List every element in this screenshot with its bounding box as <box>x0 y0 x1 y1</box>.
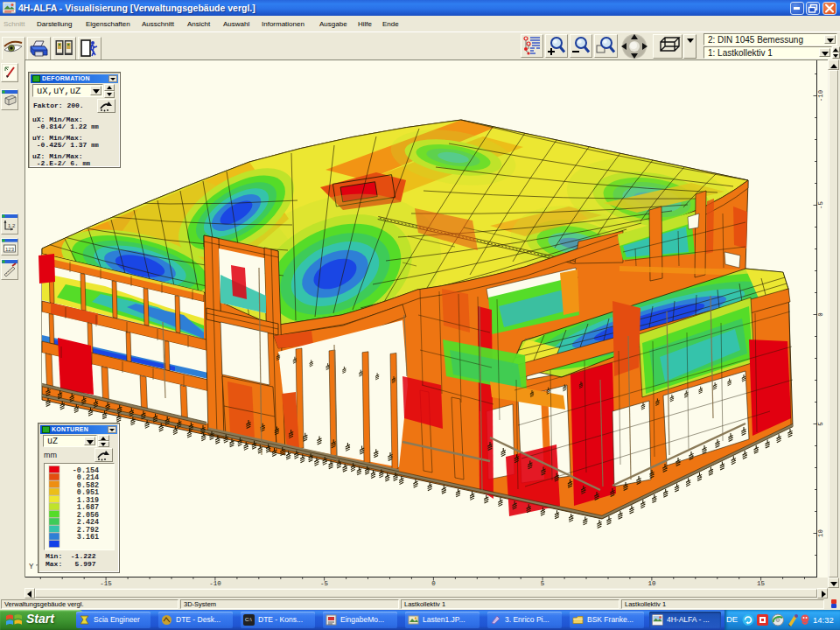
svg-text:-5: -5 <box>320 580 329 587</box>
svg-text:-15: -15 <box>100 580 112 587</box>
svg-text:15: 15 <box>757 580 766 587</box>
svg-text:0: 0 <box>431 580 436 587</box>
svg-text:10: 10 <box>648 580 656 587</box>
svg-text:-10: -10 <box>817 89 824 102</box>
svg-text:10: 10 <box>817 529 824 538</box>
svg-text:5: 5 <box>541 580 545 587</box>
svg-text:5: 5 <box>817 422 824 426</box>
svg-text:3.161: 3.161 <box>77 533 99 542</box>
svg-text:0: 0 <box>817 312 824 317</box>
svg-text:-5: -5 <box>817 201 824 210</box>
svg-text:-10: -10 <box>209 580 221 587</box>
